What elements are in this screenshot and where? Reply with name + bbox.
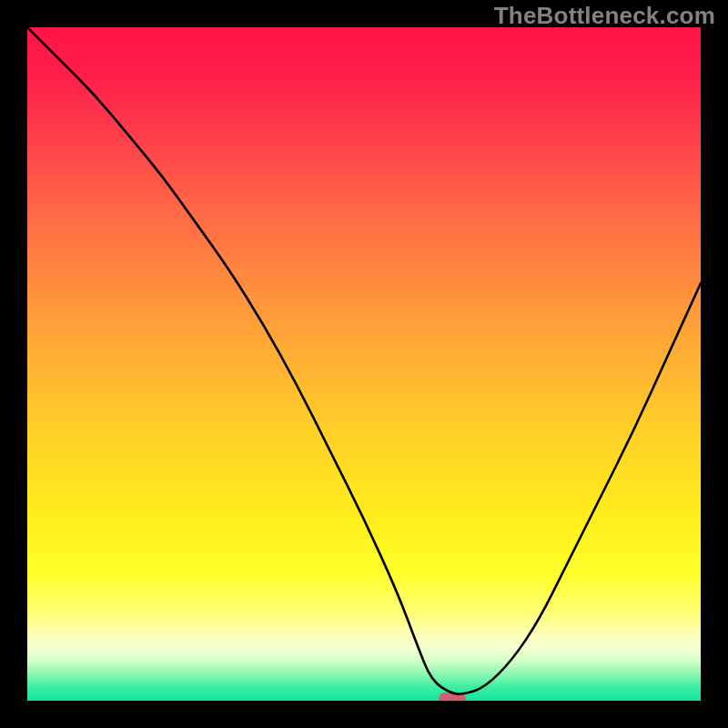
- chart-frame: TheBottleneck.com: [0, 0, 728, 728]
- curve-path: [27, 27, 701, 694]
- bottleneck-curve: [27, 27, 701, 701]
- watermark-text: TheBottleneck.com: [494, 2, 715, 30]
- plot-area: [27, 27, 701, 701]
